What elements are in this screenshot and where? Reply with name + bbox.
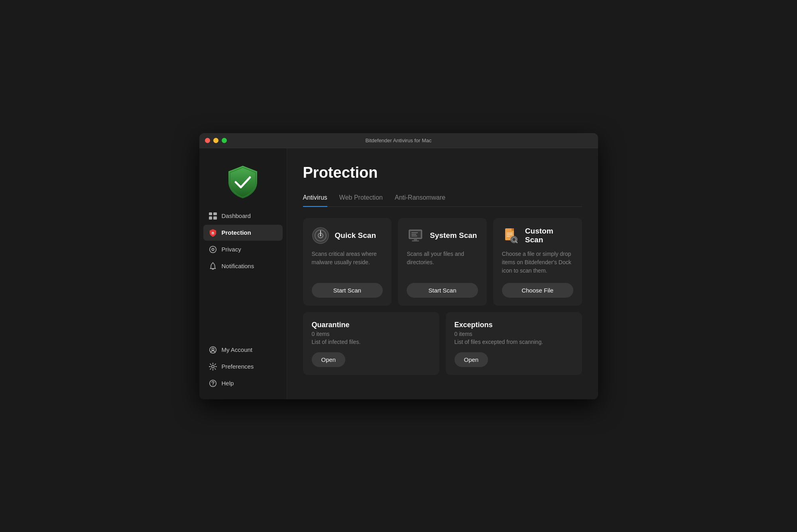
exceptions-count: 0 items bbox=[455, 331, 573, 337]
quick-scan-desc: Scans critical areas where malware usual… bbox=[312, 250, 383, 275]
svg-point-12 bbox=[213, 385, 213, 385]
dashboard-icon bbox=[209, 212, 217, 220]
exceptions-desc: List of files excepted from scanning. bbox=[455, 339, 573, 345]
sidebar-item-my-account-label: My Account bbox=[222, 346, 253, 353]
brand-shield-icon bbox=[227, 164, 259, 196]
system-scan-card: System Scan Scans all your files and dir… bbox=[398, 218, 487, 306]
quarantine-title: Quarantine bbox=[312, 321, 431, 329]
tab-anti-ransomware[interactable]: Anti-Ransomware bbox=[395, 191, 445, 207]
minimize-button[interactable] bbox=[213, 138, 218, 143]
sidebar-bottom: My Account Preferences bbox=[199, 334, 287, 391]
svg-rect-26 bbox=[512, 228, 514, 231]
svg-rect-0 bbox=[209, 212, 212, 215]
svg-rect-21 bbox=[412, 240, 419, 241]
quick-scan-card: Quick Scan Scans critical areas where ma… bbox=[303, 218, 392, 306]
custom-scan-title: Custom Scan bbox=[525, 227, 573, 244]
svg-point-5 bbox=[209, 246, 216, 252]
exceptions-title: Exceptions bbox=[455, 321, 573, 329]
system-scan-button[interactable]: Start Scan bbox=[407, 283, 478, 298]
scan-cards-grid: Quick Scan Scans critical areas where ma… bbox=[303, 218, 582, 306]
quick-scan-button[interactable]: Start Scan bbox=[312, 283, 383, 298]
titlebar: Bitdefender Antivirus for Mac bbox=[199, 133, 598, 148]
sidebar-logo bbox=[199, 156, 287, 208]
tabs: Antivirus Web Protection Anti-Ransomware bbox=[303, 191, 582, 207]
svg-rect-1 bbox=[213, 212, 217, 215]
sidebar-item-help[interactable]: Help bbox=[203, 375, 283, 391]
svg-point-6 bbox=[212, 248, 214, 250]
sidebar-item-notifications-label: Notifications bbox=[222, 263, 254, 269]
svg-rect-3 bbox=[213, 216, 217, 220]
preferences-icon bbox=[209, 363, 217, 371]
system-scan-icon bbox=[407, 227, 424, 244]
sidebar-item-my-account[interactable]: My Account bbox=[203, 342, 283, 358]
svg-point-9 bbox=[212, 348, 214, 350]
system-scan-title: System Scan bbox=[430, 231, 477, 240]
quarantine-card: Quarantine 0 items List of infected file… bbox=[303, 312, 439, 375]
custom-scan-card: Custom Scan Choose a file or simply drop… bbox=[493, 218, 582, 306]
maximize-button[interactable] bbox=[222, 138, 227, 143]
svg-rect-2 bbox=[209, 216, 212, 220]
quick-scan-header: Quick Scan bbox=[312, 227, 383, 244]
sidebar-item-preferences[interactable]: Preferences bbox=[203, 359, 283, 375]
sidebar-item-help-label: Help bbox=[222, 380, 234, 387]
exceptions-card: Exceptions 0 items List of files excepte… bbox=[446, 312, 582, 375]
system-scan-header: System Scan bbox=[407, 227, 478, 244]
sidebar-item-dashboard[interactable]: Dashboard bbox=[203, 208, 283, 224]
account-icon bbox=[209, 346, 217, 354]
sidebar-item-protection[interactable]: B Protection bbox=[203, 225, 283, 241]
custom-scan-icon bbox=[502, 227, 520, 244]
protection-icon: B bbox=[209, 229, 217, 237]
svg-text:B: B bbox=[211, 231, 214, 235]
sidebar-item-preferences-label: Preferences bbox=[222, 363, 254, 370]
svg-point-10 bbox=[211, 365, 214, 367]
traffic-lights bbox=[205, 138, 227, 143]
quick-scan-title: Quick Scan bbox=[335, 231, 376, 240]
exceptions-open-button[interactable]: Open bbox=[455, 352, 488, 367]
sidebar-nav: Dashboard B Protection bbox=[199, 208, 287, 334]
page-title: Protection bbox=[303, 164, 582, 181]
tab-web-protection[interactable]: Web Protection bbox=[339, 191, 383, 207]
quarantine-desc: List of infected files. bbox=[312, 339, 431, 345]
custom-scan-desc: Choose a file or simply drop items on Bi… bbox=[502, 250, 573, 275]
sidebar: Dashboard B Protection bbox=[199, 148, 287, 399]
help-icon bbox=[209, 379, 217, 387]
tab-antivirus[interactable]: Antivirus bbox=[303, 191, 327, 207]
sidebar-item-protection-label: Protection bbox=[222, 229, 251, 236]
main-content: Protection Antivirus Web Protection Anti… bbox=[287, 148, 598, 399]
bottom-cards-grid: Quarantine 0 items List of infected file… bbox=[303, 312, 582, 375]
custom-scan-button[interactable]: Choose File bbox=[502, 283, 573, 298]
privacy-icon bbox=[209, 245, 217, 253]
quarantine-open-button[interactable]: Open bbox=[312, 352, 346, 367]
main-layout: Dashboard B Protection bbox=[199, 148, 598, 399]
sidebar-item-dashboard-label: Dashboard bbox=[222, 212, 251, 219]
app-window: Bitdefender Antivirus for Mac bbox=[199, 133, 598, 399]
sidebar-item-privacy[interactable]: Privacy bbox=[203, 241, 283, 257]
close-button[interactable] bbox=[205, 138, 210, 143]
sidebar-item-privacy-label: Privacy bbox=[222, 246, 241, 253]
quarantine-count: 0 items bbox=[312, 331, 431, 337]
system-scan-desc: Scans all your files and directories. bbox=[407, 250, 478, 275]
quick-scan-icon bbox=[312, 227, 329, 244]
custom-scan-header: Custom Scan bbox=[502, 227, 573, 244]
window-title: Bitdefender Antivirus for Mac bbox=[365, 137, 431, 143]
sidebar-item-notifications[interactable]: Notifications bbox=[203, 258, 283, 274]
notifications-icon bbox=[209, 262, 217, 270]
